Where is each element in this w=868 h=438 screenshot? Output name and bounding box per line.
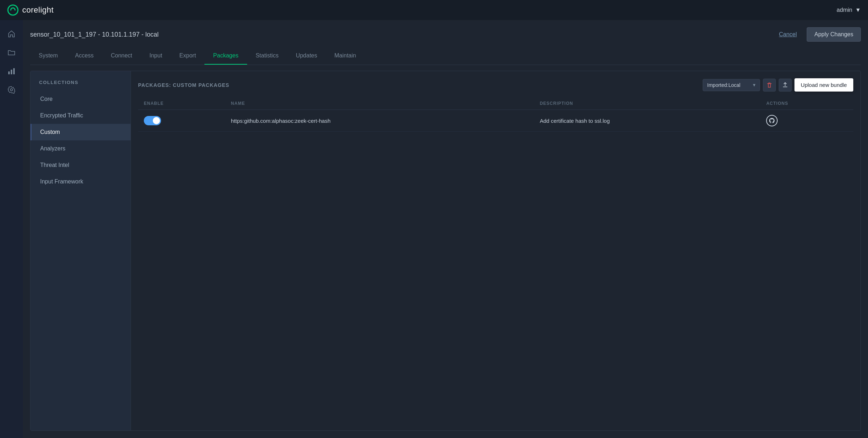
- col-description: DESCRIPTION: [534, 97, 761, 110]
- corelight-logo: [7, 4, 19, 16]
- chevron-down-icon: ▼: [855, 7, 861, 13]
- package-controls: Imported:Local All Imported:Remote ▼: [703, 78, 853, 92]
- tab-packages[interactable]: Packages: [204, 47, 247, 65]
- tab-access[interactable]: Access: [66, 47, 102, 65]
- collections-sidebar: COLLECTIONS Core Encrypted Traffic Custo…: [30, 71, 131, 430]
- packages-title: PACKAGES: CUSTOM PACKAGES: [138, 82, 229, 88]
- name-cell: https:github.com:alphasoc:zeek-cert-hash: [225, 110, 534, 132]
- toggle-slider: [144, 116, 161, 125]
- tab-input[interactable]: Input: [141, 47, 171, 65]
- col-enable: ENABLE: [138, 97, 225, 110]
- upload-icon: [782, 82, 788, 88]
- delete-button[interactable]: [763, 79, 776, 92]
- collection-item-input-framework[interactable]: Input Framework: [30, 173, 131, 190]
- brand: corelight: [7, 4, 54, 16]
- svg-point-4: [10, 89, 13, 91]
- table-header-row: ENABLE NAME DESCRIPTION ACTIONS: [138, 97, 853, 110]
- packages-table: ENABLE NAME DESCRIPTION ACTIONS: [138, 97, 853, 132]
- collection-item-custom[interactable]: Custom: [30, 124, 131, 140]
- sidebar: [0, 20, 23, 438]
- github-icon: [769, 117, 775, 124]
- cancel-button[interactable]: Cancel: [773, 28, 803, 41]
- navbar: corelight admin ▼: [0, 0, 868, 20]
- sidebar-item-folder[interactable]: [4, 45, 19, 60]
- github-link-button[interactable]: [766, 115, 778, 126]
- tab-updates[interactable]: Updates: [287, 47, 326, 65]
- tab-statistics[interactable]: Statistics: [247, 47, 287, 65]
- username: admin: [837, 7, 853, 13]
- svg-rect-2: [11, 70, 12, 74]
- tab-connect[interactable]: Connect: [102, 47, 141, 65]
- chart-icon: [8, 67, 15, 75]
- main-panel: COLLECTIONS Core Encrypted Traffic Custo…: [30, 71, 861, 431]
- tab-maintain[interactable]: Maintain: [326, 47, 364, 65]
- sensor-title: sensor_10_101_1_197 - 10.101.1.197 - loc…: [30, 31, 159, 38]
- tab-export[interactable]: Export: [171, 47, 204, 65]
- collection-item-encrypted-traffic[interactable]: Encrypted Traffic: [30, 107, 131, 124]
- home-icon: [8, 30, 15, 38]
- main-layout: sensor_10_101_1_197 - 10.101.1.197 - loc…: [0, 20, 868, 438]
- col-name: NAME: [225, 97, 534, 110]
- user-menu[interactable]: admin ▼: [837, 7, 861, 13]
- content-area: sensor_10_101_1_197 - 10.101.1.197 - loc…: [23, 20, 868, 438]
- sidebar-item-chart[interactable]: [4, 63, 19, 79]
- svg-rect-3: [13, 68, 15, 74]
- upload-bundle-tooltip[interactable]: Upload new bundle: [794, 78, 853, 92]
- description-cell: Add certificate hash to ssl.log: [534, 110, 761, 132]
- enable-toggle[interactable]: [144, 116, 161, 125]
- tab-system[interactable]: System: [30, 47, 66, 65]
- header-actions: Cancel Apply Changes: [773, 27, 861, 42]
- filter-select-wrapper: Imported:Local All Imported:Remote ▼: [703, 79, 760, 91]
- folder-icon: [8, 48, 15, 56]
- enable-cell: [138, 110, 225, 132]
- svg-point-0: [8, 5, 18, 15]
- upload-icon-button[interactable]: [779, 79, 792, 92]
- sidebar-item-settings[interactable]: [4, 82, 19, 98]
- table-row: https:github.com:alphasoc:zeek-cert-hash…: [138, 110, 853, 132]
- gear-icon: [8, 86, 15, 94]
- collection-item-threat-intel[interactable]: Threat Intel: [30, 157, 131, 173]
- package-content: PACKAGES: CUSTOM PACKAGES Imported:Local…: [131, 71, 860, 430]
- col-actions: ACTIONS: [760, 97, 853, 110]
- package-header: PACKAGES: CUSTOM PACKAGES Imported:Local…: [138, 78, 853, 92]
- actions-cell: [760, 110, 853, 132]
- svg-rect-1: [8, 71, 10, 74]
- trash-icon: [766, 82, 772, 88]
- collections-label: COLLECTIONS: [30, 80, 131, 91]
- header-bar: sensor_10_101_1_197 - 10.101.1.197 - loc…: [30, 27, 861, 42]
- app-title: corelight: [22, 5, 54, 15]
- sidebar-item-home[interactable]: [4, 26, 19, 42]
- apply-changes-button[interactable]: Apply Changes: [807, 27, 861, 42]
- collection-item-analyzers[interactable]: Analyzers: [30, 140, 131, 157]
- filter-select[interactable]: Imported:Local All Imported:Remote: [703, 79, 760, 91]
- collection-item-core[interactable]: Core: [30, 91, 131, 107]
- tabs-bar: System Access Connect Input Export Packa…: [30, 47, 861, 65]
